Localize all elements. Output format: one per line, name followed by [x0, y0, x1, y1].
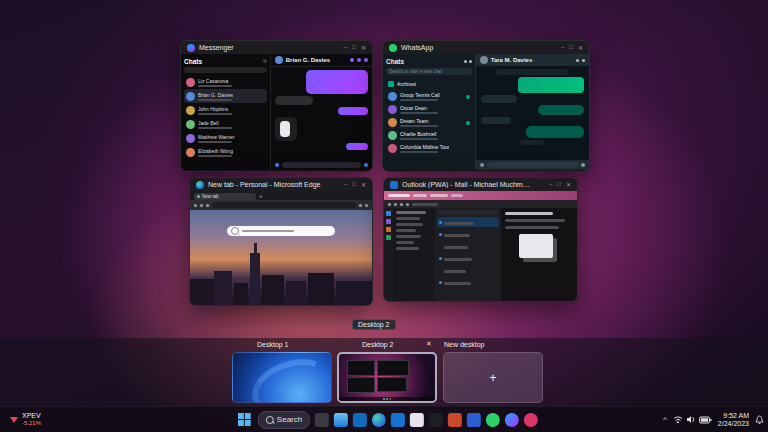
edge-icon[interactable] [372, 413, 386, 427]
mail-icon[interactable] [386, 211, 391, 216]
folder-item[interactable] [396, 241, 414, 244]
onedrive-icon[interactable] [353, 413, 367, 427]
close-icon[interactable]: ✕ [361, 181, 366, 188]
favorites-icon[interactable] [359, 204, 362, 207]
minimize-icon[interactable]: – [344, 181, 347, 188]
chat-list-item[interactable]: Columbia Midline Tour [386, 142, 472, 155]
mail-item[interactable] [437, 253, 499, 263]
message-input[interactable] [282, 162, 361, 168]
folder-item[interactable] [396, 235, 421, 238]
call-icon[interactable] [350, 58, 354, 62]
maximize-icon[interactable]: □ [352, 44, 356, 51]
chat-list-item[interactable]: Elizabeth Wong [184, 145, 267, 159]
calendar-icon[interactable] [386, 219, 391, 224]
messenger-icon[interactable] [505, 413, 519, 427]
whatsapp-icon[interactable] [486, 413, 500, 427]
mail-item-selected[interactable] [437, 217, 499, 227]
mail-item[interactable] [437, 241, 499, 251]
send-icon[interactable] [364, 163, 368, 167]
folder-item[interactable] [396, 223, 423, 226]
mail-item[interactable] [437, 229, 499, 239]
file-explorer-icon[interactable] [334, 413, 348, 427]
todo-icon[interactable] [386, 235, 391, 240]
menu-icon[interactable] [469, 60, 472, 63]
store-icon[interactable] [391, 413, 405, 427]
search-icon[interactable] [576, 59, 579, 62]
compose-icon[interactable] [263, 59, 267, 63]
new-chat-icon[interactable] [464, 60, 467, 63]
mail-item[interactable] [437, 265, 499, 275]
chat-list-item[interactable]: Matthew Warner [184, 131, 267, 145]
profile-icon[interactable] [365, 204, 368, 207]
maximize-icon[interactable]: □ [557, 181, 561, 188]
close-icon[interactable]: ✕ [578, 44, 583, 51]
chat-list-item[interactable]: John Hopkins [184, 103, 267, 117]
attach-icon[interactable] [275, 163, 279, 167]
chat-list-item[interactable]: Charlie Bushnell [386, 129, 472, 142]
new-tab-icon[interactable]: + [259, 193, 263, 200]
folder-item[interactable] [396, 247, 419, 250]
info-icon[interactable] [364, 58, 368, 62]
maximize-icon[interactable]: □ [352, 181, 356, 188]
move-icon[interactable] [406, 203, 409, 206]
window-whatsapp[interactable]: WhatsApp – □ ✕ Chats Search or start a n… [382, 40, 590, 172]
minimize-icon[interactable]: – [344, 44, 347, 51]
desktop-1-thumbnail[interactable] [232, 352, 332, 403]
window-controls[interactable]: – □ ✕ [344, 44, 366, 51]
folder-item[interactable] [396, 229, 416, 232]
start-button[interactable] [236, 411, 253, 428]
window-controls[interactable]: – □ ✕ [549, 181, 571, 188]
archived-row[interactable]: Archived [386, 77, 472, 90]
chat-list-item[interactable]: Dream Team [386, 116, 472, 129]
delete-icon[interactable] [394, 203, 397, 206]
people-icon[interactable] [386, 227, 391, 232]
search-button[interactable]: Search [258, 411, 310, 429]
chat-list-item-selected[interactable]: Brian G. Davies [184, 89, 267, 103]
close-desktop-icon[interactable]: ✕ [424, 339, 434, 349]
desktop-2-thumbnail[interactable] [337, 352, 437, 403]
messenger-titlebar[interactable]: Messenger – □ ✕ [181, 41, 372, 54]
terminal-icon[interactable] [429, 413, 443, 427]
new-desktop-tile[interactable]: + [443, 352, 543, 403]
notification-center-button[interactable] [755, 415, 764, 425]
chat-list-item[interactable]: Group Tennis Call [386, 90, 472, 103]
video-call-icon[interactable] [357, 58, 361, 62]
chat-list-item[interactable]: Jade Bell [184, 117, 267, 131]
powerpoint-icon[interactable] [448, 413, 462, 427]
snipping-tool-icon[interactable] [315, 413, 329, 427]
messenger-search-input[interactable] [184, 67, 267, 73]
window-controls[interactable]: – □ ✕ [344, 181, 366, 188]
mic-icon[interactable] [581, 163, 585, 167]
window-edge[interactable]: New tab - Personal - Microsoft Edge – □ … [189, 177, 373, 306]
folder-item[interactable] [396, 211, 426, 214]
forward-icon[interactable] [200, 204, 203, 207]
close-icon[interactable]: ✕ [566, 181, 571, 188]
minimize-icon[interactable]: – [549, 181, 552, 188]
minimize-icon[interactable]: – [561, 44, 564, 51]
mail-item[interactable] [437, 277, 499, 287]
close-icon[interactable]: ✕ [361, 44, 366, 51]
web-search-bar[interactable] [227, 226, 335, 236]
widgets-button[interactable]: XPEV -5.21% [6, 410, 45, 429]
new-mail-icon[interactable] [388, 203, 391, 206]
quick-settings-button[interactable] [673, 415, 712, 424]
notepad-icon[interactable] [410, 413, 424, 427]
maximize-icon[interactable]: □ [569, 44, 573, 51]
whatsapp-search-input[interactable]: Search or start a new chat [386, 68, 472, 75]
clock[interactable]: 9:52 AM 2/24/2023 [718, 412, 749, 428]
archive-icon[interactable] [400, 203, 403, 206]
refresh-icon[interactable] [206, 204, 209, 207]
mail-search-bar[interactable] [437, 210, 499, 215]
window-messenger[interactable]: Messenger – □ ✕ Chats Liz Casanova [180, 40, 373, 172]
address-bar[interactable] [212, 202, 356, 208]
word-icon[interactable] [467, 413, 481, 427]
edge-titlebar[interactable]: New tab - Personal - Microsoft Edge – □ … [190, 178, 372, 191]
pinned-app-red-icon[interactable] [524, 413, 538, 427]
ribbon-item[interactable] [413, 194, 427, 197]
window-controls[interactable]: – □ ✕ [561, 44, 583, 51]
back-icon[interactable] [194, 204, 197, 207]
ribbon-item[interactable] [388, 194, 410, 197]
whatsapp-titlebar[interactable]: WhatsApp – □ ✕ [383, 41, 589, 54]
outlook-titlebar[interactable]: Outlook (PWA) - Mail - Michael Muchmore … [384, 178, 577, 191]
menu-icon[interactable] [582, 59, 585, 62]
